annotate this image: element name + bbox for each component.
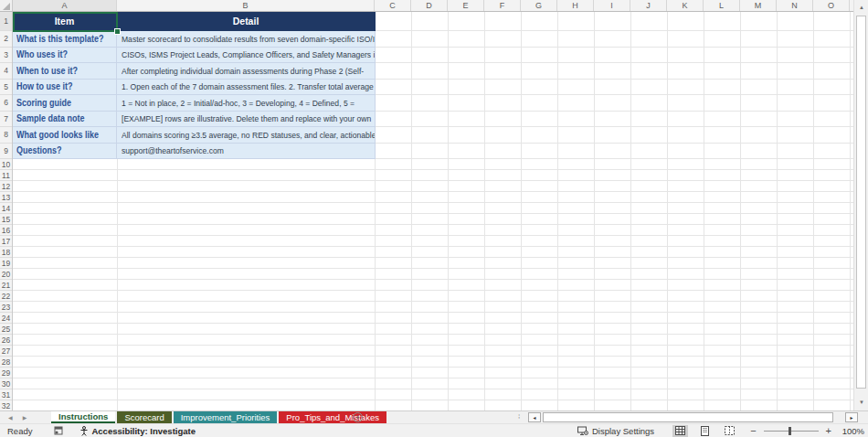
column-header-E[interactable]: E <box>448 0 484 11</box>
row-header-11[interactable]: 11 <box>0 170 12 181</box>
cell-B1-detail-header[interactable]: Detail <box>117 12 376 31</box>
column-header-H[interactable]: H <box>557 0 594 11</box>
cell-A2[interactable]: What is this template? <box>13 31 117 48</box>
row-header-1[interactable]: 1 <box>0 12 12 31</box>
table-row-6: Scoring guide1 = Not in place, 2 = Initi… <box>13 95 376 112</box>
row-header-22[interactable]: 22 <box>0 291 12 302</box>
cell-A4[interactable]: When to use it? <box>13 63 117 80</box>
table-row-5: How to use it?1. Open each of the 7 doma… <box>13 80 376 96</box>
row-header-31[interactable]: 31 <box>0 389 12 400</box>
column-header-I[interactable]: I <box>594 0 630 11</box>
row-header-10[interactable]: 10 <box>0 159 12 170</box>
column-header-F[interactable]: F <box>484 0 521 11</box>
row-header-15[interactable]: 15 <box>0 214 12 225</box>
new-sheet-button[interactable]: + <box>353 412 363 422</box>
cell-B6[interactable]: 1 = Not in place, 2 = Initial/ad-hoc, 3 … <box>117 95 376 112</box>
row-header-9[interactable]: 9 <box>0 144 12 160</box>
sheet-tab-instructions[interactable]: Instructions <box>51 411 115 423</box>
cell-A1-item-header[interactable]: Item <box>13 12 117 31</box>
row-header-14[interactable]: 14 <box>0 203 12 214</box>
scroll-up-button[interactable]: ▲ <box>855 0 868 14</box>
row-header-7[interactable]: 7 <box>0 112 12 128</box>
column-header-A[interactable]: A <box>13 0 117 11</box>
row-header-gutter: 1234567891011121314151617181920212223242… <box>0 12 13 410</box>
column-header-J[interactable]: J <box>630 0 667 11</box>
hscroll-right-button[interactable]: ► <box>845 412 858 422</box>
page-layout-view-button[interactable] <box>697 425 713 437</box>
column-header-C[interactable]: C <box>375 0 411 11</box>
row-header-30[interactable]: 30 <box>0 378 12 389</box>
zoom-slider-thumb[interactable] <box>789 427 791 435</box>
cell-B3[interactable]: CISOs, ISMS Project Leads, Compliance Of… <box>117 48 376 64</box>
cell-B5[interactable]: 1. Open each of the 7 domain assessment … <box>117 80 376 96</box>
row-header-3[interactable]: 3 <box>0 48 12 64</box>
row-header-29[interactable]: 29 <box>0 368 12 378</box>
column-header-N[interactable]: N <box>777 0 813 11</box>
cell-B7[interactable]: [EXAMPLE] rows are illustrative. Delete … <box>117 112 376 128</box>
sheet-grid[interactable]: ItemDetailWhat is this template?Master s… <box>13 12 853 410</box>
cell-B8[interactable]: All domains scoring ≥3.5 average, no RED… <box>117 127 376 144</box>
tab-scroll-left-icon[interactable]: ◀ <box>8 414 13 421</box>
column-header-G[interactable]: G <box>521 0 557 11</box>
sheet-tab-improvement_priorities[interactable]: Improvement_Priorities <box>174 411 278 423</box>
column-header-B[interactable]: B <box>117 0 375 11</box>
cell-A7[interactable]: Sample data note <box>13 112 117 128</box>
cell-B2[interactable]: Master scorecard to consolidate results … <box>117 31 376 48</box>
zoom-level[interactable]: 100% <box>837 426 864 436</box>
zoom-in-button[interactable]: + <box>826 425 831 436</box>
zoom-out-button[interactable]: − <box>750 425 756 436</box>
status-bar-right: Display Settings − + 100% <box>577 425 868 437</box>
fill-handle[interactable] <box>114 28 121 35</box>
column-header-K[interactable]: K <box>667 0 704 11</box>
tab-scroll-right-icon[interactable]: ▶ <box>23 414 27 421</box>
row-header-27[interactable]: 27 <box>0 346 12 357</box>
horizontal-scroll-thumb[interactable] <box>543 412 833 422</box>
macro-record-icon[interactable] <box>54 426 63 435</box>
sheet-tab-pro_tips_and_mistakes[interactable]: Pro_Tips_and_Mistakes <box>279 411 386 423</box>
normal-view-button[interactable] <box>672 425 688 437</box>
cell-A5[interactable]: How to use it? <box>13 80 117 96</box>
row-header-4[interactable]: 4 <box>0 63 12 80</box>
tab-splitter-handle[interactable]: ⁞ <box>518 412 520 421</box>
row-header-20[interactable]: 20 <box>0 269 12 280</box>
zoom-slider[interactable] <box>764 431 819 432</box>
table-row-9: Questions?support@theartofservice.com <box>13 144 376 160</box>
display-settings-button[interactable]: Display Settings <box>577 426 654 436</box>
row-header-2[interactable]: 2 <box>0 31 12 48</box>
vertical-scroll-thumb[interactable] <box>856 16 866 389</box>
ready-status: Ready <box>7 426 32 436</box>
row-header-5[interactable]: 5 <box>0 80 12 96</box>
column-header-M[interactable]: M <box>740 0 777 11</box>
row-header-19[interactable]: 19 <box>0 258 12 269</box>
row-header-21[interactable]: 21 <box>0 280 12 291</box>
row-header-23[interactable]: 23 <box>0 302 12 313</box>
row-header-25[interactable]: 25 <box>0 324 12 335</box>
row-header-17[interactable]: 17 <box>0 236 12 247</box>
row-header-18[interactable]: 18 <box>0 247 12 258</box>
cell-A8[interactable]: What good looks like <box>13 127 117 144</box>
column-header-L[interactable]: L <box>704 0 740 11</box>
row-header-6[interactable]: 6 <box>0 95 12 112</box>
accessibility-status[interactable]: Accessibility: Investigate <box>79 426 196 436</box>
column-header-D[interactable]: D <box>411 0 448 11</box>
row-header-32[interactable]: 32 <box>0 400 12 410</box>
vertical-scrollbar[interactable]: ▲ ▼ <box>853 0 868 410</box>
scroll-down-button[interactable]: ▼ <box>855 395 868 409</box>
row-header-12[interactable]: 12 <box>0 181 12 192</box>
select-all-corner[interactable] <box>0 0 13 11</box>
hscroll-left-button[interactable]: ◄ <box>528 412 541 422</box>
row-header-24[interactable]: 24 <box>0 313 12 324</box>
cell-B4[interactable]: After completing individual domain asses… <box>117 63 376 80</box>
cell-A9[interactable]: Questions? <box>13 144 117 160</box>
row-header-13[interactable]: 13 <box>0 192 12 203</box>
column-header-O[interactable]: O <box>813 0 850 11</box>
row-header-26[interactable]: 26 <box>0 335 12 346</box>
row-header-16[interactable]: 16 <box>0 225 12 236</box>
cell-B9[interactable]: support@theartofservice.com <box>117 144 376 160</box>
sheet-tab-scorecard[interactable]: Scorecard <box>117 411 171 423</box>
row-header-28[interactable]: 28 <box>0 357 12 368</box>
cell-A6[interactable]: Scoring guide <box>13 95 117 112</box>
cell-A3[interactable]: Who uses it? <box>13 48 117 64</box>
page-break-preview-button[interactable] <box>722 425 737 437</box>
row-header-8[interactable]: 8 <box>0 127 12 144</box>
